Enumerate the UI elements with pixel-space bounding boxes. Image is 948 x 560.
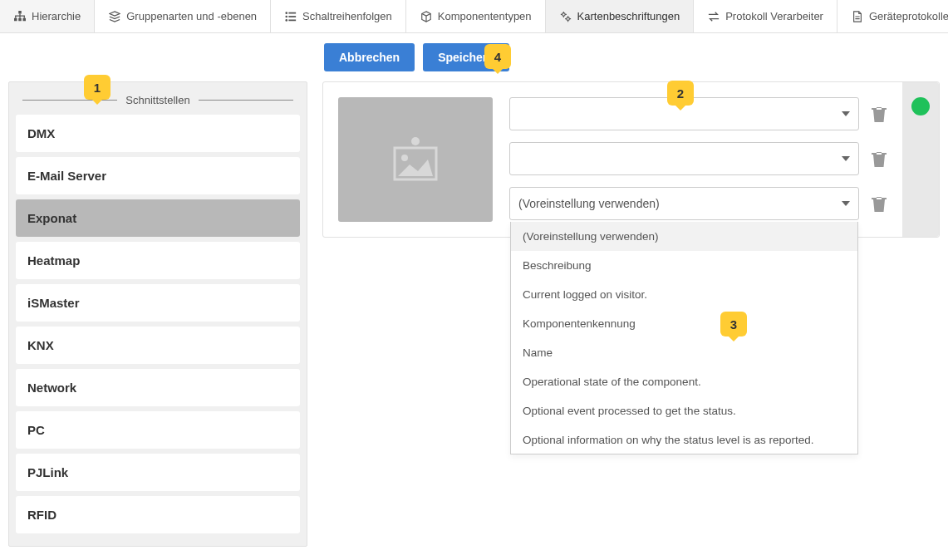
sidebar-item-pc[interactable]: PC <box>16 411 300 449</box>
cube-icon <box>420 10 433 23</box>
tab-label: Hierarchie <box>32 10 81 22</box>
delete-row-0-button[interactable] <box>871 105 889 123</box>
tab-label: Schaltreihenfolgen <box>302 10 392 22</box>
dropdown-option[interactable]: Operational state of the component. <box>511 367 857 396</box>
thumbnail-placeholder <box>338 97 493 222</box>
content-wrap: (Voreinstellung verwenden) (Voreinstellu… <box>322 81 940 547</box>
dropdown-option[interactable]: Optional information on why the status l… <box>511 425 857 454</box>
svg-rect-2 <box>18 17 22 21</box>
tab-hierarchie[interactable]: Hierarchie <box>0 0 95 32</box>
tab-gruppenarten[interactable]: Gruppenarten und -ebenen <box>95 0 271 32</box>
sidebar-header: Schnittstellen <box>16 82 300 115</box>
select-dropdown[interactable]: (Voreinstellung verwenden) Beschreibung … <box>510 222 858 454</box>
caret-down-icon <box>842 201 850 206</box>
tab-protokoll-verarbeiter[interactable]: Protokoll Verarbeiter <box>694 0 837 32</box>
tab-geraeteprotokolle[interactable]: Geräteprotokolle <box>837 0 948 32</box>
main-area: Schnittstellen DMX E-Mail Server Exponat… <box>0 81 948 547</box>
delete-row-2-button[interactable] <box>871 194 889 213</box>
select-value: (Voreinstellung verwenden) <box>518 197 660 210</box>
caret-down-icon <box>842 156 850 161</box>
svg-rect-5 <box>288 12 296 13</box>
dropdown-option[interactable]: Current logged on visitor. <box>511 280 857 309</box>
sidebar[interactable]: Schnittstellen DMX E-Mail Server Exponat… <box>8 81 307 547</box>
tab-kartenbeschriftungen[interactable]: Kartenbeschriftungen <box>546 0 695 32</box>
gears-icon <box>559 10 572 23</box>
dropdown-option[interactable]: (Voreinstellung verwenden) <box>511 222 857 251</box>
sidebar-item-network[interactable]: Network <box>16 369 300 406</box>
field-row-2: (Voreinstellung verwenden) (Voreinstellu… <box>509 187 889 220</box>
sidebar-item-dmx[interactable]: DMX <box>16 115 300 152</box>
sidebar-wrap: Schnittstellen DMX E-Mail Server Exponat… <box>8 81 307 547</box>
list-icon <box>284 10 297 23</box>
select-field-1[interactable] <box>509 142 859 175</box>
sidebar-item-heatmap[interactable]: Heatmap <box>16 242 300 279</box>
callout-3: 3 <box>720 312 747 336</box>
sidebar-item-exponat[interactable]: Exponat <box>16 199 300 237</box>
dropdown-option[interactable]: Komponentenkennung <box>511 309 857 338</box>
caret-down-icon <box>842 111 850 116</box>
tab-label: Protokoll Verarbeiter <box>725 10 823 22</box>
callout-2: 2 <box>667 81 694 106</box>
sidebar-item-ismaster[interactable]: iSMaster <box>16 284 300 322</box>
dropdown-option[interactable]: Name <box>511 338 857 367</box>
svg-rect-0 <box>18 11 22 14</box>
card-labels-panel: (Voreinstellung verwenden) (Voreinstellu… <box>322 81 940 238</box>
delete-row-1-button[interactable] <box>871 150 889 168</box>
top-tabbar: Hierarchie Gruppenarten und -ebenen Scha… <box>0 0 948 33</box>
tab-label: Komponententypen <box>438 10 532 22</box>
image-placeholder-icon <box>386 136 445 183</box>
svg-point-12 <box>411 137 420 145</box>
sidebar-item-knx[interactable]: KNX <box>16 327 300 364</box>
field-list: (Voreinstellung verwenden) (Voreinstellu… <box>509 97 889 222</box>
action-button-row: Abbrechen Speichern <box>0 33 948 81</box>
svg-rect-1 <box>14 17 17 21</box>
status-indicator[interactable] <box>911 97 930 115</box>
field-row-0 <box>509 97 889 130</box>
field-row-1 <box>509 142 889 175</box>
layers-icon <box>108 10 121 23</box>
svg-point-10 <box>562 12 565 16</box>
status-rail <box>902 82 939 237</box>
tab-komponententypen[interactable]: Komponententypen <box>406 0 546 32</box>
hierarchy-icon <box>13 10 27 23</box>
tab-label: Kartenbeschriftungen <box>577 10 680 22</box>
tab-label: Gruppenarten und -ebenen <box>126 10 257 22</box>
callout-1: 1 <box>84 75 111 100</box>
svg-rect-7 <box>288 16 296 17</box>
dropdown-option[interactable]: Optional event processed to get the stat… <box>511 396 857 425</box>
cancel-button[interactable]: Abbrechen <box>324 43 415 71</box>
select-field-2[interactable]: (Voreinstellung verwenden) (Voreinstellu… <box>509 187 859 220</box>
svg-rect-9 <box>288 19 296 21</box>
svg-rect-3 <box>23 17 27 21</box>
tab-label: Geräteprotokolle <box>869 10 948 22</box>
dropdown-option[interactable]: Beschreibung <box>511 251 857 280</box>
svg-point-4 <box>286 12 288 14</box>
svg-point-8 <box>286 19 288 22</box>
doc-icon <box>851 10 864 23</box>
sidebar-item-email[interactable]: E-Mail Server <box>16 157 300 194</box>
sidebar-item-rfid[interactable]: RFID <box>16 496 300 533</box>
swap-icon <box>707 10 720 23</box>
callout-4: 4 <box>484 44 511 69</box>
tab-schaltreihenfolgen[interactable]: Schaltreihenfolgen <box>271 0 406 32</box>
svg-point-6 <box>286 15 288 17</box>
sidebar-item-pjlink[interactable]: PJLink <box>16 454 300 491</box>
svg-point-11 <box>566 17 569 20</box>
svg-point-14 <box>401 155 408 161</box>
